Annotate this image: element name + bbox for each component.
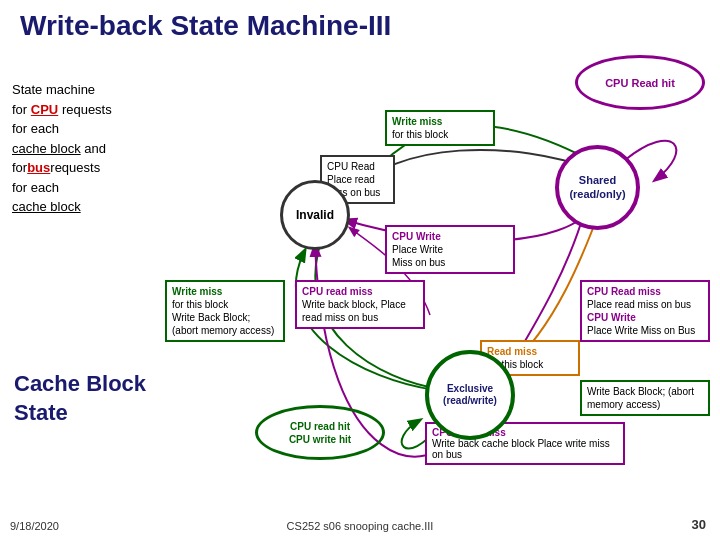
cpu-rw-hit-label: CPU read hitCPU write hit [289, 420, 351, 446]
write-miss-top-box: Write miss for this block [385, 110, 495, 146]
cpu-read-miss-center-label: CPU read miss [302, 286, 373, 297]
write-miss-top-sub: for this block [392, 129, 448, 140]
cpu-write-right-label: CPU Write [587, 312, 636, 323]
cpu-read-miss-right-box: CPU Read miss Place read miss on bus CPU… [580, 280, 710, 342]
write-miss-left-label: Write miss [172, 286, 222, 297]
write-miss-top-label: Write miss [392, 116, 442, 127]
cpu-write-label: CPU Write [392, 231, 441, 242]
cpu-read-hit-oval: CPU Read hit [575, 55, 705, 110]
footer-date: 9/18/2020 [10, 520, 59, 532]
exclusive-state-node: Exclusive(read/write) [425, 350, 515, 440]
read-miss-label: Read miss [487, 346, 537, 357]
bus-label: bus [27, 160, 50, 175]
cpu-read-label: CPU Read [327, 161, 375, 172]
shared-label: Shared(read/only) [569, 174, 625, 200]
page-title: Write-back State Machine-III [10, 10, 710, 42]
cpu-read-miss-center-sub: Write back block, Place read miss on bus [302, 299, 406, 323]
write-miss-left-box: Write miss for this block Write Back Blo… [165, 280, 285, 342]
cpu-write-miss-sub: Write back cache block Place write miss … [432, 438, 610, 460]
invalid-state-node: Invalid [280, 180, 350, 250]
cpu-rw-hit-oval: CPU read hitCPU write hit [255, 405, 385, 460]
write-back-right-text: Write Back Block; (abort memory access) [587, 386, 694, 410]
cache-block-state-label: Cache BlockState [14, 370, 146, 427]
state-diagram: CPU Read hit Write miss for this block C… [165, 50, 710, 510]
cpu-read-miss-center-box: CPU read miss Write back block, Place re… [295, 280, 425, 329]
cpu-write-place-box: CPU Write Place Write Miss on bus [385, 225, 515, 274]
write-back-right-box: Write Back Block; (abort memory access) [580, 380, 710, 416]
miss-on-bus-label: Miss on bus [392, 257, 445, 268]
footer-course: CS252 s06 snooping cache.III [287, 520, 434, 532]
bullet-description: State machine for CPU requests for each … [12, 80, 187, 217]
write-miss-left-sub: for this block [172, 299, 228, 310]
invalid-label: Invalid [296, 208, 334, 222]
write-back-left: Write Back Block; (abort memory access) [172, 312, 274, 336]
cpu-read-hit-label: CPU Read hit [605, 77, 675, 89]
slide: Write-back State Machine-III State machi… [0, 0, 720, 540]
cpu-read-miss-right-sub: Place read miss on bus [587, 299, 691, 310]
exclusive-label: Exclusive(read/write) [443, 383, 497, 407]
shared-state-node: Shared(read/only) [555, 145, 640, 230]
cpu-label: CPU [31, 102, 58, 117]
place-write-label: Place Write [392, 244, 443, 255]
cpu-write-right-sub: Place Write Miss on Bus [587, 325, 695, 336]
footer-page: 30 [692, 517, 706, 532]
cpu-read-miss-right-label: CPU Read miss [587, 286, 661, 297]
